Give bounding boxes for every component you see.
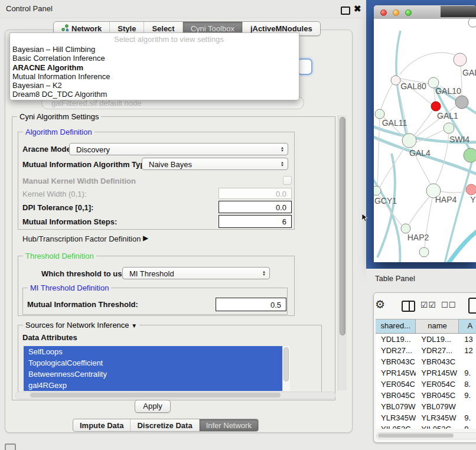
table-row[interactable]: YLR345WYLR345W9.	[376, 412, 476, 423]
table-row[interactable]: YBR045CYBR045C9.	[376, 390, 476, 401]
algorithm-option-basic-correlation-inference[interactable]: Basic Correlation Inference	[12, 54, 296, 63]
node-label-gal80: GAL80	[400, 81, 426, 91]
new-table-icon[interactable]	[468, 298, 476, 314]
attribute-betweennesscentrality[interactable]: BetweennessCentrality	[24, 369, 282, 380]
network-node[interactable]	[454, 53, 467, 66]
network-node[interactable]	[374, 186, 381, 195]
network-edge[interactable]	[440, 191, 466, 193]
expand-right-icon[interactable]: ▶	[143, 234, 148, 242]
network-node[interactable]	[464, 148, 476, 162]
table-cell: YBR045C	[376, 390, 416, 401]
float-window-icon[interactable]	[341, 6, 350, 15]
table-row[interactable]: YER054CYER054C8.	[376, 379, 476, 390]
network-node[interactable]	[455, 96, 468, 109]
aracne-mode-select[interactable]: Discovery ▲▼	[69, 143, 288, 155]
stepper-icon: ▲▼	[281, 161, 284, 167]
mi-steps-label: Mutual Information Steps:	[22, 217, 117, 226]
network-edge[interactable]	[414, 111, 432, 136]
network-edge[interactable]	[381, 81, 394, 109]
table-hscrollbar-track[interactable]	[376, 432, 476, 439]
close-icon[interactable]: ✖	[354, 4, 361, 14]
collapse-down-icon[interactable]: ▼	[131, 322, 137, 329]
which-threshold-select[interactable]: MI Threshold ▲▼	[122, 267, 270, 279]
network-view-window: GAL7GAL80GAL10GAL1GAL11SWI4GAL4GCY1HAP4Y…	[374, 5, 476, 262]
columns-icon[interactable]	[402, 301, 415, 312]
tab-impute-data[interactable]: Impute Data	[73, 419, 131, 431]
table-cell: YBR043C	[376, 356, 416, 367]
network-node[interactable]	[419, 247, 429, 257]
network-node[interactable]	[375, 109, 384, 119]
attribute-topologicalcoefficient[interactable]: TopologicalCoefficient	[24, 357, 282, 369]
attributes-scrollbar-thumb[interactable]	[283, 347, 289, 381]
minimized-panel-icon[interactable]	[5, 444, 16, 450]
network-graph: GAL7GAL80GAL10GAL1GAL11SWI4GAL4GCY1HAP4Y…	[374, 19, 476, 262]
threshold-definition-title: Threshold Definition	[23, 252, 96, 260]
table-panel-title: Table Panel	[375, 274, 415, 283]
settings-scrollbar-thumb[interactable]	[340, 117, 345, 335]
app-root: Control Panel ✖ NetworkStyleSelectCyni T…	[0, 0, 476, 450]
column-header-shared-[interactable]: shared...	[376, 319, 416, 333]
mi-type-select[interactable]: Naive Bayes ▲▼	[142, 158, 288, 170]
table-row[interactable]: YDL19...YDL19...13	[376, 334, 476, 345]
network-canvas[interactable]: GAL7GAL80GAL10GAL1GAL11SWI4GAL4GCY1HAP4Y…	[374, 19, 476, 262]
data-attributes-list[interactable]: SelfLoopsTopologicalCoefficientBetweenne…	[24, 346, 282, 391]
gear-icon[interactable]: ⚙	[375, 298, 385, 311]
apply-button[interactable]: Apply	[135, 400, 171, 413]
table-cell: YER054C	[416, 379, 459, 390]
mi-threshold-label: Mutual Information Threshold:	[27, 300, 138, 309]
table-cell: YBR043C	[416, 356, 459, 367]
manual-kernel-label: Manual Kernel Width Definition	[22, 177, 136, 185]
algorithm-option-bayesian-hill-climbing[interactable]: Bayesian – Hill Climbing	[12, 45, 296, 54]
data-attributes-label: Data Attributes	[22, 333, 77, 342]
column-header-a[interactable]: A	[459, 319, 476, 333]
column-header-name[interactable]: name	[416, 319, 459, 333]
algorithm-option-aracne-algorithm[interactable]: ARACNE Algorithm	[12, 63, 296, 72]
attribute-selfloops[interactable]: SelfLoops	[24, 346, 282, 357]
dpi-tolerance-field[interactable]: 0.0	[219, 201, 292, 213]
attribute-gal4rgexp[interactable]: gal4RGexp	[24, 380, 282, 391]
network-node[interactable]	[444, 123, 454, 133]
node-label-hap2: HAP2	[407, 233, 429, 242]
minimize-traffic-light[interactable]	[393, 9, 399, 16]
network-node[interactable]	[401, 224, 410, 233]
sources-hscrollbar-track[interactable]	[15, 392, 335, 399]
mi-threshold-field[interactable]: 0.5	[216, 298, 286, 311]
node-table: shared...nameA YDL19...YDL19...13YDR27..…	[376, 319, 476, 429]
tab-discretize-data[interactable]: Discretize Data	[131, 419, 199, 431]
network-node[interactable]	[466, 184, 476, 195]
control-panel-title: Control Panel	[6, 4, 53, 13]
settings-scrollbar-track[interactable]	[338, 115, 347, 390]
node-label-y: Y	[470, 195, 476, 204]
network-node[interactable]	[391, 76, 400, 85]
close-traffic-light[interactable]	[380, 9, 387, 16]
table-hscrollbar-thumb[interactable]	[378, 433, 454, 438]
mi-steps-field[interactable]: 6	[219, 215, 292, 228]
algorithm-option-dream8-dc-tdc-algorithm[interactable]: Dream8 DC_TDC Algorithm	[12, 90, 296, 99]
zoom-traffic-light[interactable]	[405, 9, 412, 16]
manual-kernel-checkbox[interactable]	[283, 176, 292, 185]
table-cell: YLR345W	[376, 412, 416, 423]
deselect-all-icon[interactable]: ☐☐	[441, 301, 456, 309]
tab-infer-network[interactable]: Infer Network	[200, 419, 258, 431]
network-node[interactable]	[468, 19, 476, 27]
algorithm-definition-title: Algorithm Definition	[23, 128, 94, 136]
algorithm-option-bayesian-k2[interactable]: Bayesian – K2	[12, 81, 296, 90]
algorithm-option-mutual-information-inference[interactable]: Mutual Information Inference	[12, 72, 296, 81]
attributes-scrollbar-track[interactable]	[282, 346, 290, 391]
network-edge[interactable]	[380, 147, 405, 187]
table-header-row: shared...nameA	[376, 319, 476, 334]
background-window-titlebar	[441, 6, 476, 17]
table-row[interactable]: YPR145WYPR145W9.	[376, 367, 476, 379]
network-node[interactable]	[402, 133, 416, 148]
network-node[interactable]	[431, 102, 441, 111]
table-row[interactable]: YBR043CYBR043C	[376, 356, 476, 367]
table-row[interactable]: YBL079WYBL079W	[376, 401, 476, 412]
network-edge[interactable]	[409, 196, 430, 225]
table-row[interactable]: YDR27...YDR27...12	[376, 345, 476, 356]
table-row[interactable]: YIL052CYIL052C9.	[376, 423, 476, 429]
network-icon	[61, 24, 69, 33]
sources-hscrollbar-thumb[interactable]	[30, 393, 281, 397]
network-edge[interactable]	[400, 53, 457, 74]
select-all-checks-icon[interactable]: ☑☑	[420, 300, 436, 309]
kernel-width-field[interactable]: 0.0	[219, 188, 292, 199]
